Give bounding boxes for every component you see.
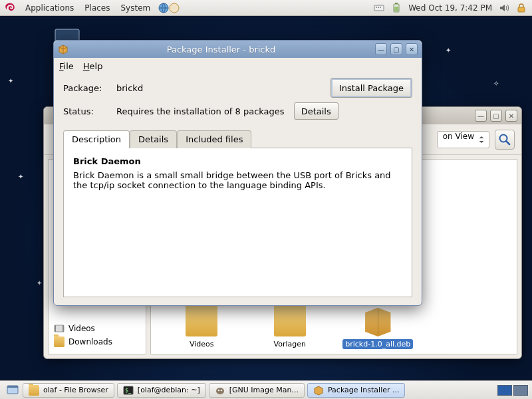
taskbar-item-gimp[interactable]: [GNU Image Man... (209, 383, 305, 398)
top-panel: Applications Places System Wed Oct 19, 7… (0, 0, 532, 16)
keyboard-indicator-icon[interactable] (374, 3, 384, 13)
tab-panel-description: Brick Daemon Brick Daemon is a small sma… (63, 148, 412, 297)
close-button[interactable]: ✕ (406, 43, 418, 55)
taskbar-item-terminal[interactable]: $_ [olaf@debian: ~] (117, 383, 206, 398)
pkg-titlebar[interactable]: Package Installer - brickd — ▢ ✕ (54, 41, 422, 58)
search-icon (498, 133, 511, 146)
debian-logo-icon (3, 1, 17, 15)
workspace-switcher[interactable] (497, 385, 532, 396)
maximize-button[interactable]: ▢ (490, 110, 502, 122)
tab-details[interactable]: Details (130, 130, 177, 148)
package-name: brickd (116, 83, 143, 93)
show-desktop-icon (7, 384, 19, 396)
system-tray: Wed Oct 19, 7:42 PM (374, 3, 532, 13)
folder-videos[interactable]: Videos (158, 305, 246, 358)
video-folder-icon (54, 323, 65, 334)
svg-point-1 (170, 3, 179, 13)
svg-line-14 (507, 141, 510, 144)
package-icon (58, 44, 68, 55)
update-launcher-icon[interactable] (169, 3, 180, 13)
taskbar-item-package-installer[interactable]: Package Installer ... (307, 383, 405, 398)
svg-rect-8 (394, 7, 398, 11)
minimize-button[interactable]: — (375, 43, 387, 55)
svg-point-24 (220, 389, 222, 391)
menu-help[interactable]: Help (83, 61, 103, 71)
svg-rect-17 (63, 325, 64, 332)
package-installer-window: Package Installer - brickd — ▢ ✕ File He… (53, 40, 422, 306)
svg-rect-15 (55, 325, 64, 332)
description-body: Brick Daemon is a small small bridge bet… (73, 170, 402, 190)
clock-text[interactable]: Wed Oct 19, 7:42 PM (408, 3, 492, 13)
svg-rect-3 (376, 7, 377, 8)
tab-included-files[interactable]: Included files (177, 130, 251, 148)
label-status: Status: (63, 106, 116, 116)
terminal-icon: $_ (123, 385, 134, 396)
tab-description[interactable]: Description (63, 130, 130, 148)
taskbar-item-file-browser[interactable]: olaf - File Browser (23, 383, 114, 398)
svg-point-22 (216, 388, 224, 394)
install-package-button[interactable]: Install Package (331, 78, 412, 98)
svg-rect-9 (518, 7, 525, 12)
search-button[interactable] (495, 130, 515, 150)
workspace-2[interactable] (513, 385, 528, 396)
svg-rect-5 (380, 7, 381, 8)
svg-rect-19 (7, 386, 18, 388)
package-icon (313, 385, 324, 396)
folder-vorlagen[interactable]: Vorlagen (246, 305, 334, 358)
bottom-panel: olaf - File Browser $_ [olaf@debian: ~] … (0, 380, 532, 399)
pkg-menubar: File Help (54, 58, 422, 74)
svg-rect-7 (395, 3, 398, 4)
view-mode-select[interactable]: on View (437, 131, 489, 148)
file-brickd-deb[interactable]: brickd-1.0_all.deb (334, 305, 422, 358)
battery-icon[interactable] (391, 3, 402, 13)
menu-applications[interactable]: Applications (20, 3, 79, 13)
volume-icon[interactable] (499, 3, 509, 13)
browser-launcher-icon[interactable] (158, 3, 169, 13)
menu-system[interactable]: System (115, 3, 156, 13)
folder-icon (274, 305, 306, 336)
svg-rect-16 (55, 325, 56, 332)
places-item-downloads[interactable]: Downloads (49, 335, 146, 348)
folder-icon (29, 385, 39, 396)
svg-point-23 (217, 389, 219, 391)
menu-places[interactable]: Places (79, 3, 115, 13)
gimp-icon (215, 385, 225, 396)
svg-text:$_: $_ (125, 388, 132, 394)
lock-icon[interactable] (516, 3, 527, 13)
menu-file[interactable]: File (59, 61, 74, 71)
pkg-tabs: Description Details Included files (63, 130, 412, 148)
svg-rect-4 (378, 7, 379, 8)
maximize-button[interactable]: ▢ (390, 43, 402, 55)
status-text: Requires the installation of 8 packages (116, 106, 285, 116)
workspace-1[interactable] (497, 385, 512, 396)
pkg-window-title: Package Installer - brickd (70, 45, 372, 55)
folder-icon (186, 305, 217, 336)
folder-icon (54, 336, 65, 347)
show-desktop-button[interactable] (5, 383, 20, 398)
package-icon (362, 305, 394, 336)
status-details-button[interactable]: Details (294, 102, 338, 120)
minimize-button[interactable]: — (475, 110, 487, 122)
label-package: Package: (63, 83, 116, 93)
close-button[interactable]: ✕ (505, 110, 517, 122)
description-title: Brick Daemon (73, 156, 402, 166)
places-item-videos[interactable]: Videos (49, 322, 146, 335)
